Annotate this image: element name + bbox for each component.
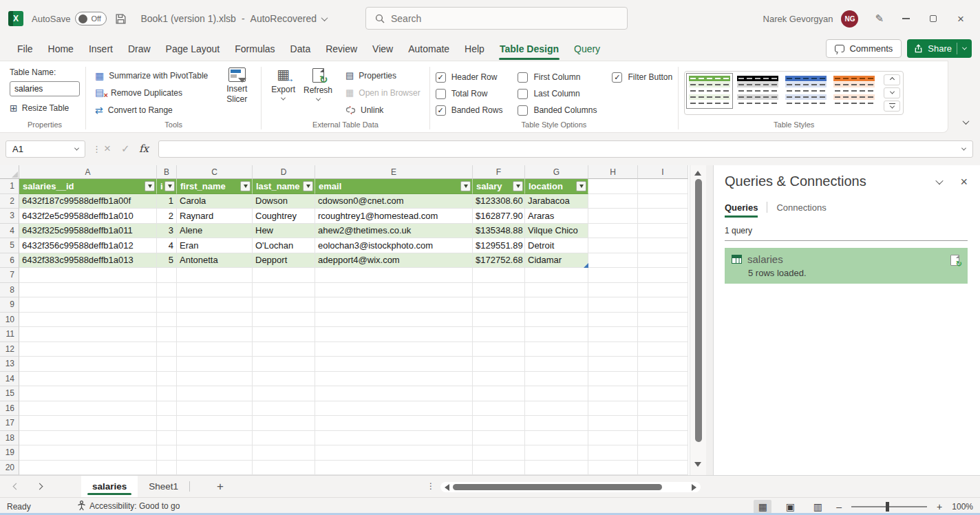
row-header-11[interactable]: 11: [0, 327, 19, 342]
row-header-10[interactable]: 10: [0, 313, 19, 328]
cell-C20[interactable]: [177, 461, 253, 476]
column-header-A[interactable]: A: [19, 165, 157, 179]
cell-C17[interactable]: [177, 416, 253, 431]
cell-C19[interactable]: [177, 445, 253, 461]
cell-E9[interactable]: [315, 297, 473, 313]
cell-E11[interactable]: [315, 327, 473, 342]
row-header-7[interactable]: 7: [0, 268, 19, 283]
filter-button-salary[interactable]: [513, 181, 523, 191]
cell-H19[interactable]: [588, 445, 638, 461]
cell-I2[interactable]: [638, 194, 688, 209]
cell-C13[interactable]: [177, 357, 253, 372]
cell-C9[interactable]: [177, 297, 253, 313]
tab-review[interactable]: Review: [318, 38, 365, 60]
cell-E2[interactable]: cdowson0@cnet.com: [315, 194, 473, 209]
cell-E17[interactable]: [315, 416, 473, 431]
checkbox-last-column[interactable]: Last Column: [518, 89, 597, 99]
page-break-view-button[interactable]: ▥: [809, 500, 827, 514]
cell-E7[interactable]: [315, 268, 473, 283]
cell-A14[interactable]: [19, 372, 157, 387]
cell-H20[interactable]: [588, 461, 638, 476]
cell-C2[interactable]: Carola: [177, 194, 253, 209]
formula-input[interactable]: [158, 140, 973, 158]
filter-button-location[interactable]: [576, 181, 586, 191]
checkbox-banded-columns[interactable]: Banded Columns: [518, 105, 597, 116]
cell-A2[interactable]: 6432f187c99588deffb1a00f: [19, 194, 157, 209]
checkbox-total-row[interactable]: Total Row: [436, 89, 503, 99]
accessibility-status[interactable]: Accessibility: Good to go: [77, 501, 180, 511]
cell-E13[interactable]: [315, 357, 473, 372]
formula-bar-handle-icon[interactable]: ⋮: [92, 144, 101, 154]
cell-H1[interactable]: [588, 179, 638, 194]
cell-F3[interactable]: $162877.90: [473, 209, 525, 224]
cell-I3[interactable]: [638, 209, 688, 224]
panel-close-icon[interactable]: ×: [960, 176, 968, 188]
cell-I12[interactable]: [638, 342, 688, 357]
insert-function-icon[interactable]: fx: [139, 143, 149, 155]
cell-H10[interactable]: [588, 313, 638, 328]
cell-E12[interactable]: [315, 342, 473, 357]
cell-D7[interactable]: [253, 268, 315, 283]
cell-E4[interactable]: ahew2@thetimes.co.uk: [315, 224, 473, 239]
autosave-toggle[interactable]: Off: [75, 12, 107, 25]
refresh-page-icon[interactable]: ↻: [950, 255, 959, 266]
checkbox-box-icon[interactable]: ✓: [436, 105, 446, 116]
cell-C6[interactable]: Antonetta: [177, 253, 253, 269]
cell-H9[interactable]: [588, 297, 638, 313]
row-header-16[interactable]: 16: [0, 401, 19, 417]
checkbox-box-icon[interactable]: [436, 89, 446, 99]
cell-A15[interactable]: [19, 386, 157, 401]
cell-F17[interactable]: [473, 416, 525, 431]
filter-button-id[interactable]: [164, 181, 175, 191]
cell-F5[interactable]: $129551.89: [473, 238, 525, 253]
cell-I14[interactable]: [638, 372, 688, 387]
name-box-chevron-icon[interactable]: [69, 147, 85, 151]
cell-A9[interactable]: [19, 297, 157, 313]
cell-F20[interactable]: [473, 461, 525, 476]
cell-B7[interactable]: [157, 268, 177, 283]
search-input[interactable]: Search: [365, 7, 628, 30]
column-header-B[interactable]: B: [157, 165, 177, 179]
cell-B8[interactable]: [157, 283, 177, 298]
table-style-dark[interactable]: [736, 74, 780, 107]
cell-H12[interactable]: [588, 342, 638, 357]
cell-F6[interactable]: $172752.68: [473, 253, 525, 269]
checkbox-box-icon[interactable]: ✓: [612, 72, 622, 83]
cell-B2[interactable]: 1: [157, 194, 177, 209]
unlink-button[interactable]: Unlink: [342, 101, 424, 118]
cell-G16[interactable]: [525, 401, 588, 417]
cell-F16[interactable]: [473, 401, 525, 417]
column-header-C[interactable]: C: [177, 165, 253, 179]
cell-I11[interactable]: [638, 327, 688, 342]
cell-B4[interactable]: 3: [157, 224, 177, 239]
column-header-G[interactable]: G: [525, 165, 588, 179]
cell-B19[interactable]: [157, 445, 177, 461]
cell-D13[interactable]: [253, 357, 315, 372]
cell-G7[interactable]: [525, 268, 588, 283]
cell-D20[interactable]: [253, 461, 315, 476]
table-style-blue[interactable]: [784, 74, 828, 107]
cell-D8[interactable]: [253, 283, 315, 298]
cell-D18[interactable]: [253, 431, 315, 446]
scroll-up-icon[interactable]: [694, 171, 701, 176]
cell-C14[interactable]: [177, 372, 253, 387]
name-box[interactable]: A1: [6, 140, 85, 158]
cell-B17[interactable]: [157, 416, 177, 431]
cell-E15[interactable]: [315, 386, 473, 401]
panel-collapse-icon[interactable]: [937, 179, 942, 185]
cell-H7[interactable]: [588, 268, 638, 283]
cell-A3[interactable]: 6432f2e5c99588deffb1a010: [19, 209, 157, 224]
cell-G10[interactable]: [525, 313, 588, 328]
row-header-3[interactable]: 3: [0, 209, 19, 224]
cell-I6[interactable]: [638, 253, 688, 269]
sheet-tab-sheet1[interactable]: Sheet1: [138, 476, 189, 497]
cell-B6[interactable]: 5: [157, 253, 177, 269]
row-header-14[interactable]: 14: [0, 372, 19, 387]
cell-B15[interactable]: [157, 386, 177, 401]
cell-I18[interactable]: [638, 431, 688, 446]
zoom-slider-thumb[interactable]: [886, 502, 889, 512]
cell-D17[interactable]: [253, 416, 315, 431]
cell-E6[interactable]: adepport4@wix.com: [315, 253, 473, 269]
cell-E3[interactable]: rcoughtrey1@homestead.com: [315, 209, 473, 224]
cell-G4[interactable]: Vilque Chico: [525, 224, 588, 239]
